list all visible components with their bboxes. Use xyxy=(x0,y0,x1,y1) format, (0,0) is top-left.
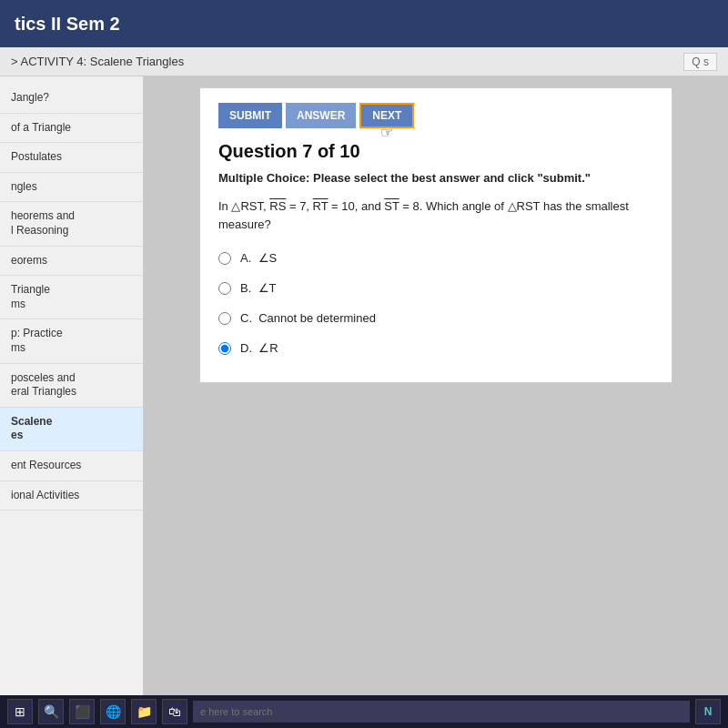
option-b-label: B. ∠T xyxy=(240,281,276,295)
sidebar-item-label: ional Activities xyxy=(11,489,79,501)
sidebar-item-activities[interactable]: ional Activities xyxy=(0,481,143,511)
taskbar-browser[interactable]: 🌐 xyxy=(100,699,126,724)
answer-button[interactable]: ANSWER xyxy=(286,103,356,128)
sidebar-item-reasoning[interactable]: heorems andl Reasoning xyxy=(0,202,143,246)
options-list: A. ∠S B. ∠T C. Cannot be determined D. ∠… xyxy=(218,251,653,355)
submit-button[interactable]: SUBMIT xyxy=(218,103,282,128)
sidebar-item-label: p: Practicems xyxy=(11,327,63,354)
cursor-icon: ☞ xyxy=(380,124,393,141)
sidebar-item-label: Trianglems xyxy=(11,283,50,310)
option-c-label: C. Cannot be determined xyxy=(240,311,376,325)
sidebar-item-label: Postulates xyxy=(11,150,62,163)
search-area[interactable]: Q s xyxy=(683,53,717,71)
radio-a[interactable] xyxy=(218,252,231,265)
sidebar-item-triangle[interactable]: of a Triangle xyxy=(0,114,143,144)
taskbar-n-icon[interactable]: N xyxy=(695,699,721,724)
radio-d[interactable] xyxy=(218,342,231,355)
taskbar-cortana[interactable]: ⬛ xyxy=(69,699,95,724)
sidebar-item-postulates[interactable]: Postulates xyxy=(0,143,143,173)
taskbar-search-input[interactable] xyxy=(193,701,690,723)
content-area: SUBMIT ANSWER NEXT ☞ Question 7 of 10 Mu… xyxy=(144,76,728,728)
taskbar-store[interactable]: 🛍 xyxy=(162,699,187,724)
option-b[interactable]: B. ∠T xyxy=(218,281,653,295)
toolbar: SUBMIT ANSWER NEXT ☞ xyxy=(218,103,653,128)
option-a[interactable]: A. ∠S xyxy=(218,251,653,265)
sidebar-item-triangle-thm[interactable]: Trianglems xyxy=(0,276,143,319)
option-d[interactable]: D. ∠R xyxy=(218,341,653,355)
question-title: Question 7 of 10 xyxy=(218,141,653,162)
sidebar-item-label: ngles xyxy=(11,180,37,193)
sidebar-item-isosceles[interactable]: posceles anderal Triangles xyxy=(0,364,143,408)
breadcrumb-bar: > ACTIVITY 4: Scalene Triangles Q s xyxy=(0,47,728,76)
page-header: tics II Sem 2 xyxy=(0,0,728,47)
sidebar-item-label: heorems andl Reasoning xyxy=(11,209,75,237)
header-title: tics II Sem 2 xyxy=(15,14,120,35)
rt-label: RT xyxy=(313,199,329,213)
option-c[interactable]: C. Cannot be determined xyxy=(218,311,653,325)
sidebar-item-angle[interactable]: Jangle? xyxy=(0,84,143,114)
taskbar-files[interactable]: 📁 xyxy=(131,699,157,724)
radio-c[interactable] xyxy=(218,312,231,325)
sidebar-item-label: Jangle? xyxy=(11,91,49,104)
option-d-label: D. ∠R xyxy=(240,341,278,355)
sidebar-item-resources[interactable]: ent Resources xyxy=(0,451,143,481)
sidebar-item-scalene[interactable]: Scalenees xyxy=(0,408,143,451)
radio-b[interactable] xyxy=(218,282,231,295)
main-layout: Jangle? of a Triangle Postulates ngles h… xyxy=(0,76,728,728)
st-label: ST xyxy=(384,199,399,213)
rs-label: RS xyxy=(269,199,286,213)
option-a-label: A. ∠S xyxy=(240,251,277,265)
sidebar-item-practice[interactable]: p: Practicems xyxy=(0,319,143,363)
taskbar: ⊞ 🔍 ⬛ 🌐 📁 🛍 N xyxy=(0,695,728,728)
sidebar: Jangle? of a Triangle Postulates ngles h… xyxy=(0,76,144,728)
sidebar-item-label: posceles anderal Triangles xyxy=(11,371,76,399)
start-button[interactable]: ⊞ xyxy=(7,699,33,724)
sidebar-item-label: of a Triangle xyxy=(11,121,71,134)
sidebar-item-theorems[interactable]: eorems xyxy=(0,247,143,277)
sidebar-item-label: ent Resources xyxy=(11,459,81,471)
taskbar-search-icon[interactable]: 🔍 xyxy=(38,699,64,724)
question-body: In △RST, RS = 7, RT = 10, and ST = 8. Wh… xyxy=(218,197,653,233)
sidebar-item-label: Scalenees xyxy=(11,415,52,442)
question-instruction: Multiple Choice: Please select the best … xyxy=(218,171,653,185)
sidebar-item-label: eorems xyxy=(11,254,47,267)
sidebar-item-angles[interactable]: ngles xyxy=(0,173,143,203)
question-card: SUBMIT ANSWER NEXT ☞ Question 7 of 10 Mu… xyxy=(199,87,672,383)
search-icon: Q s xyxy=(692,56,709,68)
breadcrumb: > ACTIVITY 4: Scalene Triangles xyxy=(11,55,184,68)
